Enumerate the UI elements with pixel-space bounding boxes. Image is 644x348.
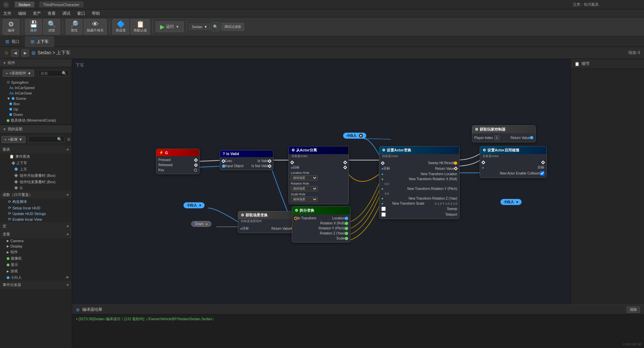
bp-view-options[interactable]: ⊙	[67, 137, 70, 142]
sidebar-func-enable-view[interactable]: ⟳ Enable Incar View	[0, 216, 72, 222]
back-button[interactable]: ◀	[11, 49, 19, 57]
scale-rule-label: Scale Rule	[291, 193, 306, 196]
event-dispatcher-section[interactable]: 事件分发器 +	[0, 281, 72, 289]
get-player-controller-node[interactable]: ⚙ 获取玩家控制器 Player Index 0 Return Value	[472, 125, 536, 142]
hide-button[interactable]: 👁 隐藏不相关	[84, 19, 107, 34]
vars-plus-icon[interactable]: +	[66, 231, 69, 237]
set-collision-title: 设置Actor启用碰撞	[487, 148, 519, 153]
menu-file[interactable]: 文件	[0, 9, 15, 17]
comp-start-label: 组件开始重叠时 (Box)	[20, 173, 55, 178]
sidebar-func-update-hud[interactable]: ⟳ Update HUD Strings	[0, 211, 72, 216]
sidebar-component-end[interactable]: 组件结束重叠时 (Box)	[0, 179, 72, 185]
tab-sedan[interactable]: Sedan•	[15, 2, 34, 7]
set-actor-transform-node[interactable]: ⚙ 设置Actor变换 目标是Actor Sweep Hit Result ● …	[379, 146, 460, 219]
menu-debug[interactable]: 调试	[59, 9, 74, 17]
sweep-checkbox[interactable]	[381, 207, 386, 211]
decompose-transform-node[interactable]: ⚙ 拆分变换 In Transform Location Rotation X …	[292, 206, 351, 242]
decompose-roty-pin: Rotation Y (Pitch)	[292, 226, 350, 231]
event-disp-plus-icon[interactable]: +	[66, 282, 69, 287]
tab-viewport[interactable]: ⊞ 视口	[0, 36, 25, 47]
sidebar-func-construct[interactable]: ⟳ 构造脚本	[0, 199, 72, 205]
rotation-rule-dropdown[interactable]: 保持场景	[291, 186, 346, 191]
sidebar-component-start[interactable]: 组件开始重叠时 (Box)	[0, 172, 72, 179]
sedan-dropdown[interactable]: Sedan ▼	[190, 24, 210, 30]
menu-help[interactable]: 帮助	[89, 9, 103, 17]
sidebar-var-component[interactable]: ▶ 组件	[0, 249, 72, 255]
down-event-node[interactable]: Down ●	[191, 221, 211, 227]
tab-get-on-car[interactable]: ⊞ 上下车	[25, 36, 54, 47]
get-scene-transform-node[interactable]: ⚙ 获取场景变换 目标是场景组件 ● 目标 Return Value	[238, 211, 297, 233]
find-button[interactable]: 🔎 查找	[66, 19, 83, 34]
save-button[interactable]: 💾 保存	[25, 19, 42, 34]
clear-button[interactable]: 清除	[627, 306, 640, 313]
new-label: +新增	[8, 137, 17, 142]
sidebar-get-on[interactable]: 上车	[0, 166, 72, 172]
sidebar-camera-comp[interactable]: 摄像机	[0, 255, 72, 262]
my-blueprint-header[interactable]: ▼ 我的蓝图	[0, 125, 72, 133]
func-setup-hud-label: Setup Incar HUD	[12, 206, 40, 210]
decompose-scale-label: Scale	[336, 236, 345, 240]
graph-plus-icon[interactable]: +	[66, 147, 69, 152]
sidebar-item-springarm[interactable]: ⊙ SpringArm	[0, 79, 72, 85]
scale-rule-select[interactable]: 保持场景	[291, 197, 318, 202]
forward-button[interactable]: ▶	[21, 49, 29, 57]
scale-rule-dropdown[interactable]: 保持场景	[291, 197, 346, 202]
sidebar-item-up[interactable]: Up	[0, 107, 72, 112]
bp-search[interactable]: 🔍	[28, 136, 64, 143]
sidebar-func-setup-hud[interactable]: ⟳ Setup Incar HUD	[0, 205, 72, 211]
teleport-checkbox[interactable]	[381, 212, 386, 217]
macros-plus-icon[interactable]: +	[66, 223, 69, 229]
display-comp-label: 显示	[11, 262, 18, 267]
sidebar-event-graph[interactable]: 📋 事件图表	[0, 153, 72, 160]
components-section-header[interactable]: ▼ 组件	[0, 59, 72, 67]
sidebar-display-comp[interactable]: 显示	[0, 262, 72, 268]
macros-section[interactable]: 宏 +	[0, 222, 72, 230]
enable-collision-checkbox[interactable]	[540, 171, 544, 176]
favorite-star[interactable]: ☆	[4, 50, 9, 56]
run-button[interactable]: ▶ 运行 ▼	[156, 21, 184, 32]
actor-split-node[interactable]: ⚙ 从Actor分离 目标是Actor ● 目标 Location	[288, 146, 349, 204]
sidebar-item-box[interactable]: Box	[0, 101, 72, 107]
sidebar-item-movement[interactable]: 载具移动 (MovementComp)	[0, 117, 72, 124]
bp-search-input[interactable]	[31, 137, 57, 141]
location-rule-dropdown[interactable]: 保持场景	[291, 175, 346, 181]
sidebar-item-down[interactable]: Down	[0, 112, 72, 117]
set-actor-collision-node[interactable]: ⚙ 设置Actor启用碰撞 目标是Actor ● 目标 New Actor En…	[480, 146, 547, 178]
location-rule-select[interactable]: 保持场景	[291, 175, 318, 181]
compile-button[interactable]: ⚙ 编译	[3, 19, 19, 34]
is-valid-node[interactable]: ? Is Valid Exec Is Valid Input Object Is…	[220, 150, 273, 170]
sidebar-var-camera[interactable]: ▶ Camera	[0, 238, 72, 243]
sidebar-var-game[interactable]: ▶ 游戏	[0, 268, 72, 274]
add-component-button[interactable]: + +添加组件 ▼	[3, 70, 34, 77]
tab-third-person[interactable]: ThirdPersonCharacter	[40, 2, 83, 7]
sidebar-item-scene[interactable]: ▼ Scene	[0, 96, 72, 101]
breadcrumb-text: Sedan > 上下车	[38, 50, 70, 56]
sidebar-var-player[interactable]: 小白人 👁	[0, 274, 72, 281]
menu-asset[interactable]: 资产	[30, 9, 44, 17]
functions-section[interactable]: 函数（21可覆盖） +	[0, 191, 72, 199]
variables-section[interactable]: 变量 +	[0, 230, 72, 238]
class-defaults-button[interactable]: 📋 类默认值	[130, 19, 150, 34]
rotation-rule-select[interactable]: 保持场景	[291, 186, 318, 191]
menu-window[interactable]: 窗口	[74, 9, 89, 17]
functions-plus-icon[interactable]: +	[66, 192, 69, 197]
sidebar-item-incargear[interactable]: Aa InCarGear	[0, 90, 72, 96]
component-search-input[interactable]	[41, 71, 62, 75]
browse-button[interactable]: 🔍 浏览	[43, 19, 60, 34]
menu-edit[interactable]: 编辑	[15, 9, 30, 17]
sidebar-var-display[interactable]: ▶ Display	[0, 243, 72, 249]
debug-filter-button[interactable]: 调试过滤器	[221, 23, 244, 31]
class-settings-button[interactable]: 🔷 类设置	[112, 19, 129, 34]
menu-view[interactable]: 查看	[44, 9, 59, 17]
sidebar-get-on-car[interactable]: 上下车	[0, 160, 72, 166]
sidebar-item-incarspeed[interactable]: Aa InCarSpeed	[0, 85, 72, 90]
func-icon-2: ⟳	[8, 206, 11, 210]
new-button[interactable]: + +新增 ▼	[1, 136, 25, 143]
g-event-node[interactable]: ⚡ G Pressed Released Key	[156, 149, 200, 174]
graph-section[interactable]: 图表 +	[0, 145, 72, 153]
sidebar-g-event[interactable]: G	[0, 185, 72, 191]
get-on-label: 上车	[20, 167, 27, 171]
decompose-header: ⚙ 拆分变换	[292, 207, 350, 214]
component-search[interactable]: 🔍	[38, 70, 69, 77]
toolbar-search-button[interactable]: 🔍	[211, 22, 220, 31]
